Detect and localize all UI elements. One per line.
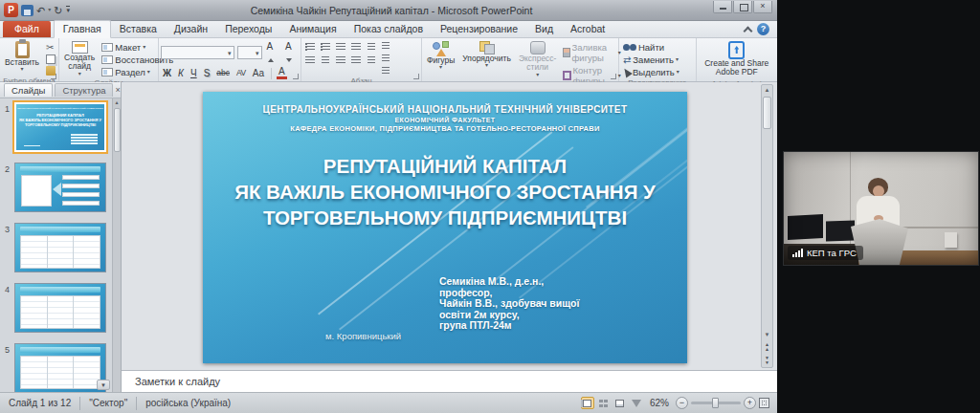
editor-scrollbar[interactable]: ▲ ▼ ▲▲ ▼▼ (761, 84, 773, 368)
align-left-button[interactable] (303, 54, 316, 65)
panel-tab-outline[interactable]: Структура (55, 83, 113, 97)
reading-view-button[interactable] (613, 397, 627, 409)
font-color-button[interactable]: А (277, 67, 287, 79)
zoom-out-button[interactable]: − (676, 397, 688, 409)
line-spacing-button[interactable] (365, 41, 377, 52)
next-slide-button[interactable]: ▼▼ (765, 354, 769, 367)
tab-transitions[interactable]: Переходы (216, 21, 280, 37)
slide-sorter-view-button[interactable] (597, 397, 611, 409)
replace-button[interactable]: ⇄Заменить▾ (621, 54, 681, 65)
underline-button[interactable]: Ч (189, 67, 199, 79)
thumbnail-slide-5[interactable] (14, 343, 106, 392)
tab-animations[interactable]: Анимация (280, 21, 345, 37)
numbering-button[interactable] (319, 41, 331, 52)
tab-review[interactable]: Рецензирование (432, 21, 526, 37)
decrease-indent-button[interactable] (334, 41, 346, 52)
close-button[interactable]: × (753, 1, 772, 13)
italic-button[interactable]: К (176, 67, 186, 79)
restore-button[interactable] (733, 1, 752, 13)
thumb2-title-bar (20, 166, 101, 173)
language-indicator[interactable]: російська (Україна) (137, 398, 239, 408)
slideshow-view-button[interactable] (630, 397, 643, 409)
panel-scroll-up-icon[interactable]: ▲ (113, 98, 121, 107)
undo-icon[interactable]: ↶ (36, 4, 45, 17)
copy-button[interactable] (44, 54, 57, 64)
quick-styles-button[interactable]: Экспресс-стили ▾ (516, 40, 560, 78)
tab-home[interactable]: Главная (54, 20, 111, 38)
panel-close-icon[interactable]: × (115, 86, 120, 95)
normal-view-button[interactable] (581, 397, 594, 409)
slide-canvas[interactable]: ЦЕНТРАЛЬНОУКРАЇНСЬКИЙ НАЦІОНАЛЬНИЙ ТЕХНІ… (203, 92, 687, 363)
select-button[interactable]: Выделить▾ (621, 67, 681, 77)
previous-slide-button[interactable]: ▲▲ (765, 340, 769, 354)
minimize-button[interactable] (713, 1, 732, 13)
tab-design[interactable]: Дизайн (166, 21, 216, 37)
new-slide-button[interactable]: Создать слайд ▾ (61, 40, 98, 77)
font-dialog-launcher-icon[interactable] (293, 74, 299, 79)
fit-to-window-button[interactable] (759, 398, 769, 408)
font-size-combobox[interactable]: ▾ (237, 46, 262, 59)
redo-icon[interactable]: ↻ (54, 4, 62, 17)
change-case-button[interactable]: Aa (251, 67, 266, 79)
scroll-thumb[interactable] (763, 97, 771, 129)
tab-file[interactable]: Файл (3, 21, 51, 37)
thumbnail-slide-4[interactable] (14, 283, 106, 333)
align-center-button[interactable] (319, 54, 331, 65)
bold-button[interactable]: Ж (161, 67, 173, 79)
shape-fill-button[interactable]: Заливка фигуры▾ (561, 42, 622, 63)
convert-smartart-button[interactable] (379, 65, 391, 76)
columns-button[interactable] (365, 54, 377, 65)
notes-area[interactable]: Заметки к слайду (122, 370, 777, 392)
align-text-button[interactable] (379, 53, 391, 63)
thumbnail-slide-2[interactable] (14, 163, 106, 212)
text-shadow-button[interactable]: S (202, 67, 212, 79)
tab-view[interactable]: Вид (526, 21, 562, 37)
thumbnail-row-3[interactable]: 3 (2, 223, 112, 272)
zoom-in-button[interactable]: + (744, 397, 756, 409)
help-icon[interactable]: ? (757, 23, 769, 35)
cut-button[interactable]: ✂ (44, 42, 57, 53)
clipboard-dialog-launcher-icon[interactable] (51, 74, 56, 79)
zoom-slider-track[interactable] (691, 402, 741, 404)
shapes-button[interactable]: Фигуры ▾ (424, 40, 457, 71)
justify-button[interactable] (349, 54, 362, 65)
thumbnail-row-1[interactable]: 1 ЦЕНТРАЛЬНОУКРАЇНСЬКИЙ НАЦІОНАЛЬНИЙ ТЕХ… (2, 102, 112, 152)
collapse-ribbon-icon[interactable] (744, 26, 753, 35)
thumbnail-slide-1[interactable]: ЦЕНТРАЛЬНОУКРАЇНСЬКИЙ НАЦІОНАЛЬНИЙ ТЕХНІ… (14, 102, 106, 152)
webcam-video[interactable]: КЕП та ГРС (783, 151, 979, 266)
create-pdf-button[interactable]: Create and Share Adobe PDF (702, 40, 771, 78)
thumbnail-slide-3[interactable] (14, 223, 106, 272)
scroll-down-icon[interactable]: ▼ (765, 330, 770, 340)
find-button[interactable]: Найти (621, 42, 681, 53)
save-icon[interactable] (21, 5, 33, 16)
thumbnail-row-4[interactable]: 4 (2, 283, 112, 333)
drawing-dialog-launcher-icon[interactable] (611, 74, 616, 79)
panel-scrollbar[interactable]: ▲ (112, 98, 121, 392)
character-spacing-button[interactable]: AV (234, 67, 248, 79)
tab-acrobat[interactable]: Acrobat (562, 21, 613, 37)
powerpoint-logo-icon[interactable]: P (4, 3, 18, 17)
scroll-up-icon[interactable]: ▲ (765, 85, 770, 96)
paste-button[interactable]: Вставить ▾ (2, 40, 42, 73)
panel-tab-slides[interactable]: Слайды (4, 83, 53, 97)
strikethrough-button[interactable]: abc (214, 67, 232, 79)
thumbnail-row-2[interactable]: 2 (2, 163, 112, 212)
grow-font-button[interactable]: А (265, 40, 280, 65)
tab-slideshow[interactable]: Показ слайдов (345, 21, 432, 37)
shrink-font-button[interactable]: А (283, 40, 299, 65)
thumbnail-row-5[interactable]: 5 (2, 343, 112, 392)
arrange-button[interactable]: Упорядочить ▾ (459, 40, 514, 69)
panel-collapse-button[interactable]: ▼ (97, 380, 110, 390)
undo-dropdown-icon[interactable]: ▾ (48, 8, 51, 12)
theme-name[interactable]: "Сектор" (80, 398, 136, 408)
panel-scroll-thumb[interactable] (114, 108, 121, 152)
zoom-level[interactable]: 62% (646, 398, 673, 408)
bullets-button[interactable] (303, 41, 316, 52)
paragraph-dialog-launcher-icon[interactable] (413, 74, 419, 79)
text-direction-button[interactable] (379, 40, 391, 51)
align-right-button[interactable] (334, 54, 346, 65)
tab-insert[interactable]: Вставка (111, 21, 166, 37)
font-name-combobox[interactable]: ▾ (161, 46, 234, 59)
zoom-slider-thumb[interactable] (712, 398, 719, 408)
increase-indent-button[interactable] (349, 41, 362, 52)
